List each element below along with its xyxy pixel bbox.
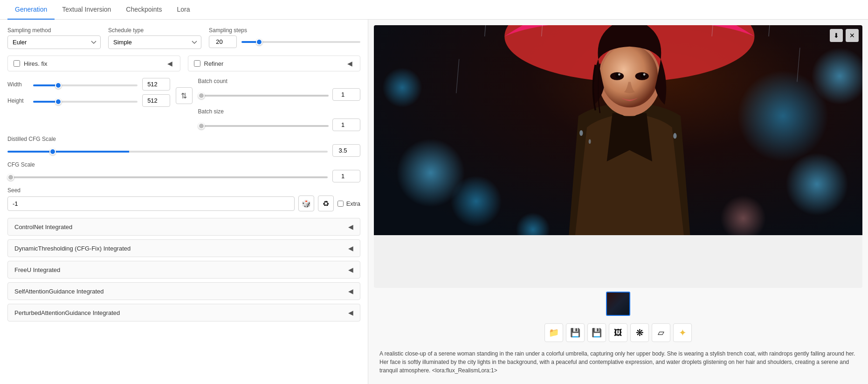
extra-checkbox[interactable] — [338, 201, 344, 207]
generated-image — [374, 25, 862, 235]
hires-box: Hires. fix ◀ — [7, 56, 180, 71]
close-image-btn[interactable]: ✕ — [846, 29, 859, 42]
wh-batch-section: Width Height ⇅ — [7, 78, 360, 131]
hires-collapse-btn[interactable]: ◀ — [165, 60, 174, 67]
accordion-freeu-arrow: ◀ — [348, 266, 353, 273]
seed-section: Seed 🎲 ♻ Extra — [7, 187, 360, 211]
hires-checkbox[interactable] — [14, 60, 20, 67]
cfg-scale-input[interactable] — [332, 170, 360, 182]
svg-point-19 — [643, 73, 646, 76]
height-label: Height — [7, 98, 28, 104]
extras-btn[interactable]: ✦ — [673, 323, 692, 342]
height-slider[interactable] — [33, 101, 138, 103]
accordion-freeu[interactable]: FreeU Integrated ◀ — [7, 261, 360, 279]
main-layout: Sampling method Euler Euler a DPM++ 2M D… — [0, 20, 868, 384]
seed-input[interactable] — [7, 196, 295, 211]
hires-refiner-row: Hires. fix ◀ Refiner ◀ — [7, 56, 360, 71]
width-slider[interactable] — [33, 84, 138, 86]
right-panel: ⬇ ✕ — [368, 20, 868, 384]
svg-point-13 — [601, 45, 658, 107]
svg-point-4 — [785, 153, 848, 216]
seed-recycle-btn[interactable]: ♻ — [318, 195, 334, 211]
thumbnail-row — [374, 288, 862, 320]
tab-textual-inversion[interactable]: Textual Inversion — [55, 0, 118, 20]
image-top-bar: ⬇ ✕ — [830, 29, 859, 42]
batch-size-row: Batch size — [198, 108, 361, 131]
hires-label: Hires. fix — [24, 60, 162, 67]
accordion-pag-arrow: ◀ — [348, 309, 353, 316]
left-panel: Sampling method Euler Euler a DPM++ 2M D… — [0, 20, 368, 384]
cfg-scale-section: CFG Scale — [7, 161, 360, 182]
sampling-row: Sampling method Euler Euler a DPM++ 2M D… — [7, 27, 360, 49]
refiner-checkbox[interactable] — [194, 60, 200, 67]
open-folder-btn[interactable]: 📁 — [544, 323, 563, 342]
sampling-method-label: Sampling method — [7, 27, 101, 34]
sampling-steps-label: Sampling steps — [209, 27, 360, 34]
accordion-pag[interactable]: PerturbedAttentionGuidance Integrated ◀ — [7, 304, 360, 321]
batch-count-label: Batch count — [198, 78, 361, 84]
width-row: Width — [7, 78, 170, 91]
accordion-controlnet[interactable]: ControlNet Integrated ◀ — [7, 218, 360, 236]
thumbnail-item[interactable] — [606, 292, 630, 316]
extra-label: Extra — [346, 200, 360, 207]
show-image-btn[interactable]: 🖼 — [609, 323, 627, 342]
tab-lora[interactable]: Lora — [169, 0, 197, 20]
refiner-box: Refiner ◀ — [188, 56, 361, 71]
refiner-collapse-btn[interactable]: ◀ — [345, 60, 354, 67]
height-row: Height — [7, 94, 170, 107]
distilled-cfg-slider[interactable] — [7, 151, 328, 153]
cfg-scale-slider[interactable] — [7, 176, 328, 178]
accordion-dynamic[interactable]: DynamicThresholding (CFG-Fix) Integrated… — [7, 239, 360, 257]
accordion-list: ControlNet Integrated ◀ DynamicThreshold… — [7, 218, 360, 321]
batch-size-slider[interactable] — [198, 125, 329, 127]
batch-count-slider[interactable] — [198, 95, 329, 97]
svg-point-16 — [615, 73, 621, 78]
batch-controls: Batch count Batch size — [198, 78, 361, 131]
svg-point-26 — [579, 130, 583, 136]
seed-label: Seed — [7, 187, 360, 194]
sampling-steps-input[interactable] — [209, 35, 237, 48]
seed-dice-btn[interactable]: 🎲 — [298, 195, 314, 211]
svg-point-28 — [673, 133, 676, 139]
image-description: A realistic close-up of a serene woman s… — [374, 346, 862, 378]
accordion-dynamic-arrow: ◀ — [348, 244, 353, 252]
batch-count-input[interactable] — [332, 88, 360, 101]
schedule-type-select[interactable]: Simple Karras Exponential — [108, 35, 201, 49]
accordion-controlnet-arrow: ◀ — [348, 223, 353, 230]
action-buttons: 📁 💾 💾 🖼 ❋ ▱ ✦ — [374, 320, 862, 346]
tab-generation[interactable]: Generation — [7, 0, 55, 20]
image-display-area: ⬇ ✕ — [374, 25, 862, 288]
svg-point-6 — [382, 68, 422, 107]
sampling-steps-slider[interactable] — [241, 41, 360, 43]
distilled-cfg-label: Distilled CFG Scale — [7, 136, 360, 142]
distilled-cfg-section: Distilled CFG Scale — [7, 136, 360, 157]
interrogate-clip-btn[interactable]: ❋ — [630, 323, 649, 342]
save-copy-btn[interactable]: 💾 — [587, 323, 606, 342]
batch-size-label: Batch size — [198, 108, 361, 115]
width-input[interactable] — [142, 78, 170, 91]
tab-bar: Generation Textual Inversion Checkpoints… — [0, 0, 868, 20]
cfg-scale-label: CFG Scale — [7, 161, 360, 168]
svg-point-27 — [589, 139, 591, 144]
tab-checkpoints[interactable]: Checkpoints — [118, 0, 169, 20]
save-btn[interactable]: 💾 — [566, 323, 585, 342]
accordion-sag-label: SelfAttentionGuidance Integrated — [14, 288, 104, 295]
distilled-cfg-input[interactable] — [332, 144, 360, 157]
accordion-sag[interactable]: SelfAttentionGuidance Integrated ◀ — [7, 282, 360, 300]
accordion-dynamic-label: DynamicThresholding (CFG-Fix) Integrated — [14, 245, 131, 252]
batch-size-input[interactable] — [332, 119, 360, 131]
accordion-sag-arrow: ◀ — [348, 287, 353, 295]
accordion-pag-label: PerturbedAttentionGuidance Integrated — [14, 309, 120, 316]
batch-count-row: Batch count — [198, 78, 361, 101]
svg-point-17 — [641, 73, 646, 78]
wh-controls: Width Height — [7, 78, 170, 107]
height-input[interactable] — [142, 94, 170, 107]
download-image-btn[interactable]: ⬇ — [830, 29, 843, 42]
sketch-btn[interactable]: ▱ — [652, 323, 670, 342]
refiner-label: Refiner — [204, 60, 342, 67]
accordion-freeu-label: FreeU Integrated — [14, 266, 60, 273]
svg-point-2 — [451, 175, 502, 227]
swap-wh-button[interactable]: ⇅ — [176, 87, 193, 104]
width-label: Width — [7, 81, 28, 88]
sampling-method-select[interactable]: Euler Euler a DPM++ 2M DDIM — [7, 35, 101, 49]
